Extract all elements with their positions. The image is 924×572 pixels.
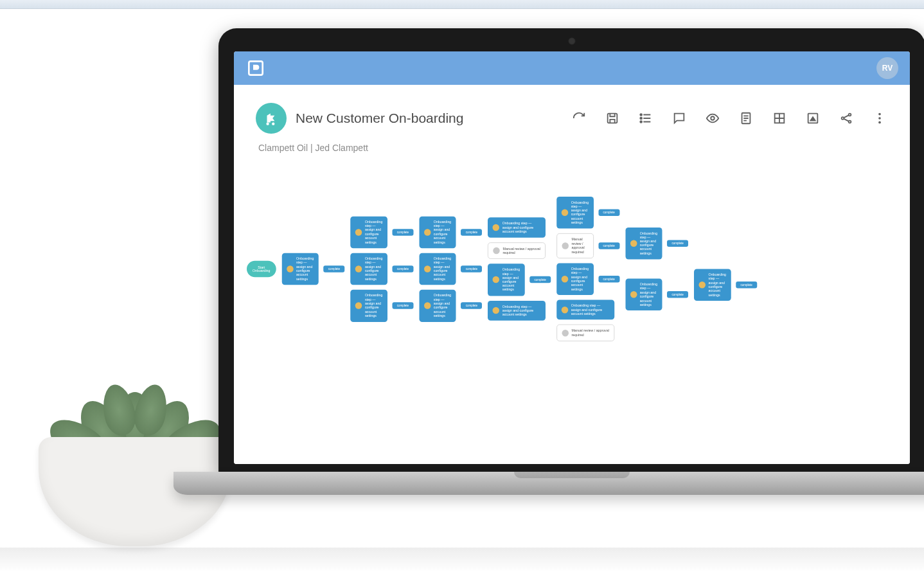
svg-point-10 xyxy=(711,116,715,120)
title-row: New Customer On-boarding xyxy=(256,103,888,134)
flow-node[interactable]: Onboarding step — assign and configure a… xyxy=(556,263,593,295)
svg-line-23 xyxy=(844,119,848,121)
flow-node[interactable]: Onboarding step — assign and configure a… xyxy=(419,253,456,285)
flow-chip[interactable]: complete xyxy=(392,303,413,310)
flow-chip[interactable]: complete xyxy=(323,265,344,273)
view-button[interactable] xyxy=(704,110,721,127)
page-header: New Customer On-boarding xyxy=(234,85,910,158)
flow-node[interactable]: Onboarding step — assign and configure a… xyxy=(350,253,387,285)
flow-chip[interactable]: complete xyxy=(667,291,688,298)
laptop-mockup: RV New Customer On-boarding xyxy=(218,28,924,517)
flow-chip[interactable]: complete xyxy=(529,276,551,283)
svg-point-9 xyxy=(640,121,642,123)
svg-point-26 xyxy=(878,121,881,124)
flow-node-manual[interactable]: Manual review / approval required xyxy=(488,242,546,259)
svg-point-20 xyxy=(849,114,851,116)
flow-node-manual[interactable]: Manual review / approval required xyxy=(556,233,593,258)
flow-node[interactable]: Onboarding step — assign and configure a… xyxy=(556,300,614,320)
workflow-diagram: Start Onboarding Onboarding step — assig… xyxy=(247,197,757,341)
list-button[interactable] xyxy=(637,110,654,127)
svg-rect-3 xyxy=(608,114,617,123)
browser-chrome xyxy=(0,0,924,9)
workflow-canvas[interactable]: Start Onboarding Onboarding step — assig… xyxy=(234,158,910,464)
flow-node[interactable]: Onboarding step — assign and configure a… xyxy=(694,269,731,301)
flow-chip[interactable]: complete xyxy=(598,276,619,283)
onboarding-icon xyxy=(256,103,287,134)
floor-shadow xyxy=(0,548,924,572)
svg-point-25 xyxy=(878,117,881,120)
flow-node[interactable]: Onboarding step — assign and configure a… xyxy=(625,279,662,311)
flow-node[interactable]: Onboarding step — assign and configure a… xyxy=(556,197,593,229)
flow-node[interactable]: Onboarding step — assign and configure a… xyxy=(350,216,387,248)
svg-point-21 xyxy=(849,121,851,123)
svg-point-24 xyxy=(878,113,881,116)
flow-node[interactable]: Onboarding step — assign and configure a… xyxy=(625,228,662,260)
page-title: New Customer On-boarding xyxy=(296,111,562,126)
flow-node[interactable]: Onboarding step — assign and configure a… xyxy=(419,290,456,322)
flow-chip[interactable]: complete xyxy=(392,265,413,273)
svg-point-2 xyxy=(272,123,274,125)
scene: RV New Customer On-boarding xyxy=(0,9,924,572)
more-button[interactable] xyxy=(871,110,888,127)
svg-line-22 xyxy=(844,115,848,118)
refresh-button[interactable] xyxy=(571,110,587,127)
grid-button[interactable] xyxy=(771,110,788,127)
plant-decoration xyxy=(39,328,231,546)
app-logo-icon[interactable] xyxy=(245,58,266,78)
flow-node[interactable]: Onboarding step — assign and configure a… xyxy=(488,218,546,238)
flow-node[interactable]: Onboarding step — assign and configure a… xyxy=(281,253,318,285)
home-button[interactable] xyxy=(804,110,821,127)
toolbar xyxy=(571,110,888,127)
form-button[interactable] xyxy=(738,110,754,127)
flow-node[interactable]: Onboarding step — assign and configure a… xyxy=(488,264,524,296)
app-screen: RV New Customer On-boarding xyxy=(234,51,910,464)
save-button[interactable] xyxy=(604,110,621,127)
flow-chip[interactable]: complete xyxy=(461,229,482,236)
flow-node-manual[interactable]: Manual review / approval required xyxy=(556,325,614,341)
flow-chip[interactable]: complete xyxy=(461,303,482,310)
flow-chip[interactable]: complete xyxy=(392,229,413,236)
flow-chip[interactable]: complete xyxy=(598,210,619,217)
svg-point-7 xyxy=(640,114,642,116)
laptop-base xyxy=(173,472,924,495)
svg-point-1 xyxy=(266,123,269,125)
flow-node[interactable]: Onboarding step — assign and configure a… xyxy=(350,290,387,322)
flow-chip[interactable]: complete xyxy=(667,240,688,247)
laptop-screen-frame: RV New Customer On-boarding xyxy=(218,28,924,472)
svg-point-19 xyxy=(842,117,844,120)
flow-start-node[interactable]: Start Onboarding xyxy=(247,261,276,278)
app-bar: RV xyxy=(234,51,910,85)
share-button[interactable] xyxy=(838,110,855,127)
page-subtitle: Clampett Oil | Jed Clampett xyxy=(256,143,888,153)
flow-node[interactable]: Onboarding step — assign and configure a… xyxy=(488,301,546,321)
user-avatar[interactable]: RV xyxy=(876,57,898,79)
svg-point-8 xyxy=(640,118,642,120)
flow-node[interactable]: Onboarding step — assign and configure a… xyxy=(419,216,456,248)
laptop-camera xyxy=(568,37,576,45)
flow-chip[interactable]: complete xyxy=(598,242,619,249)
comment-button[interactable] xyxy=(671,110,688,127)
flow-chip[interactable]: complete xyxy=(736,282,757,289)
flow-chip[interactable]: complete xyxy=(461,265,482,273)
